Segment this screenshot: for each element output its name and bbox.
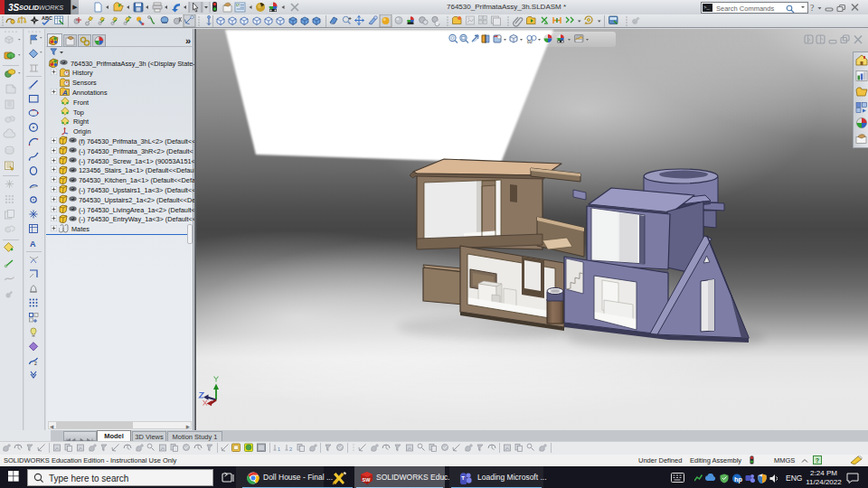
svg-text:2: 2 [289,446,293,452]
svg-text:WORKS: WORKS [39,4,63,12]
svg-text:2: 2 [34,361,37,366]
svg-text:T: T [461,475,465,481]
svg-text:hp: hp [734,475,743,483]
svg-text:3S: 3S [8,3,20,13]
svg-text:SOLID: SOLID [19,4,39,12]
svg-text:6d: 6d [527,39,533,44]
svg-text:1: 1 [278,446,281,452]
svg-text:SW: SW [363,477,372,483]
svg-text:ABC: ABC [42,15,52,21]
svg-text:A: A [30,239,36,249]
svg-text:?: ? [810,3,815,13]
svg-text:A: A [61,89,68,97]
